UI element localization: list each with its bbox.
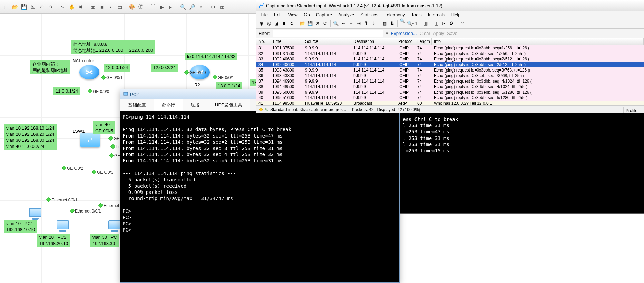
note-n13[interactable]: 13.0.0.1/24 (216, 82, 242, 90)
palette-button[interactable]: 🎨 (128, 3, 136, 11)
new-button[interactable]: ▢ (2, 3, 10, 11)
menu-help[interactable]: Help (449, 11, 464, 18)
zoom-sel-button[interactable]: ⌖ (197, 3, 205, 11)
toolbar-zin-icon[interactable]: 🔍+ (399, 20, 406, 27)
hand-button[interactable]: ✋ (68, 3, 76, 11)
menu-internals[interactable]: Internals (425, 11, 448, 18)
toolbar-save-icon[interactable]: 💾 (306, 20, 313, 27)
col-header[interactable]: Source (303, 38, 351, 45)
toolbar-autoscroll-icon[interactable]: ⇊ (389, 20, 396, 27)
menu-analyze[interactable]: Analyze (335, 11, 357, 18)
toolbar-list-icon[interactable]: ◉ (258, 20, 265, 27)
note-pc2[interactable]: vlan 20 PC2 192.168.20.10 (37, 234, 70, 247)
toolbar-dec-icon[interactable]: ⎘ (440, 20, 447, 27)
toolbar-color-icon[interactable]: ▦ (381, 20, 388, 27)
menu-telephony[interactable]: Telephony (382, 11, 408, 18)
menu-view[interactable]: View (285, 11, 300, 18)
packet-row[interactable]: 391095.500009.9.9.9114.114.114.114ICMP74… (256, 89, 644, 95)
packet-row[interactable]: 371094.469009.9.9.9114.114.114.114ICMP74… (256, 78, 644, 84)
play-button[interactable]: ▶ (158, 3, 166, 11)
filter-save-link[interactable]: Save (447, 31, 457, 36)
wireshark-titlebar[interactable]: Capturing from Standard input [Wireshark… (256, 0, 644, 11)
text-button[interactable]: Ⓣ (137, 3, 145, 11)
packet-row[interactable]: 341092.40600114.114.114.1149.9.9.9ICMP74… (256, 62, 644, 67)
toolbar-close-icon[interactable]: ✕ (314, 20, 321, 27)
col-header[interactable]: Info (432, 38, 644, 45)
note-pc3[interactable]: vlan 30 PC 192.168.30 (90, 234, 119, 247)
toolbar-zout-icon[interactable]: 🔍- (407, 20, 414, 27)
pointer-button[interactable]: ↖ (59, 3, 67, 11)
toolbar-stop-icon[interactable]: ■ (281, 20, 287, 27)
filter-expression-link[interactable]: Expression... (391, 31, 417, 36)
pc2-terminal[interactable]: PC>ping 114.114.114.114 Ping 114.114.114… (120, 111, 399, 282)
note-lo[interactable]: lo 0 114.114.114.114/32 (185, 53, 237, 60)
start-all-button[interactable]: ▦ (89, 3, 97, 11)
redo-button[interactable]: ↷ (47, 3, 55, 11)
pc2-tab-2[interactable]: 组播 (183, 99, 207, 111)
toolbar-help-icon[interactable]: ？ (459, 20, 466, 27)
menu-capture[interactable]: Capture (313, 11, 335, 18)
filter-input[interactable] (273, 30, 383, 37)
toolbar-reload-icon[interactable]: ⟳ (322, 20, 329, 27)
pc2-tab-0[interactable]: 基础配置 (120, 99, 154, 111)
packet-list-header[interactable]: No.TimeSourceDestinationProtocolLengthIn… (256, 38, 644, 45)
device-lsw1[interactable] (80, 133, 100, 147)
zoom-out-button[interactable]: 🔎 (188, 3, 196, 11)
packet-row[interactable]: 331092.406009.9.9.9114.114.114.114ICMP74… (256, 56, 644, 62)
packet-row[interactable]: 361093.43800114.114.114.1149.9.9.9ICMP74… (256, 73, 644, 78)
toolbar-zcol-icon[interactable]: ▥ (422, 20, 429, 27)
playcircle-button[interactable]: ⏵ (167, 3, 175, 11)
note-n12a[interactable]: 12.0.0.1/24 (104, 64, 130, 72)
packet-row[interactable]: 401095.51600114.114.114.1149.9.9.9ICMP74… (256, 95, 644, 101)
fit-button[interactable]: ⛶ (149, 3, 157, 11)
note-button[interactable]: ▤ (116, 3, 124, 11)
terminal-right[interactable]: ess Ctrl_C to break l=253 time=31 ms l=2… (400, 113, 644, 214)
packet-row[interactable]: 311091.375009.9.9.9114.114.114.114ICMP74… (256, 45, 644, 51)
device-nat-router[interactable] (79, 65, 99, 79)
toolbar-options-icon[interactable]: ◎ (265, 20, 272, 27)
open-button[interactable]: 📂 (11, 3, 19, 11)
packet-row[interactable]: 351093.438009.9.9.9114.114.114.114ICMP74… (256, 67, 644, 73)
filter-apply-link[interactable]: Apply (433, 31, 445, 36)
pc2-window[interactable]: PC2 基础配置命令行组播UDP发包工具 PC>ping 114.114.114… (120, 89, 400, 283)
col-header[interactable]: Length (415, 38, 432, 45)
toolbar-pref-icon[interactable]: ⚙ (448, 20, 455, 27)
toolbar-cap-icon[interactable]: ◫ (433, 20, 440, 27)
menu-file[interactable]: File (258, 11, 271, 18)
toolbar-fwd-icon[interactable]: → (348, 20, 354, 27)
settings-button[interactable]: ⚙ (209, 3, 217, 11)
filter-clear-link[interactable]: Clear (420, 31, 430, 36)
toolbar-restart-icon[interactable]: ↻ (288, 20, 295, 27)
packet-row[interactable]: 321091.37500114.114.114.1149.9.9.9ICMP74… (256, 51, 644, 56)
note-pc1[interactable]: vlan 10 PC1 192.168.10.10 (4, 220, 37, 233)
note-vlan40[interactable]: vlan 40 GE 0/0/5 (93, 121, 115, 134)
print-button[interactable]: 🖶 (29, 3, 37, 11)
grid-button[interactable]: ▦ (218, 3, 226, 11)
toolbar-find-icon[interactable]: 🔍 (332, 20, 339, 27)
undo-button[interactable]: ↶ (38, 3, 46, 11)
note-intra[interactable]: 企业网内部： 用的是私网IP地址 (30, 60, 70, 74)
toolbar-first-icon[interactable]: ⤒ (363, 20, 370, 27)
delete-button[interactable]: ✖ (77, 3, 85, 11)
menu-tools[interactable]: Tools (409, 11, 425, 18)
toolbar-fin-icon[interactable]: ◢ (273, 20, 280, 27)
toolbar-z1-icon[interactable]: 1:1 (414, 20, 421, 27)
packet-list[interactable]: 311091.375009.9.9.9114.114.114.114ICMP74… (256, 45, 644, 112)
pause-all-button[interactable]: ▣ (98, 3, 106, 11)
toolbar-last-icon[interactable]: ⤓ (370, 20, 377, 27)
toolbar-back-icon[interactable]: ← (340, 20, 347, 27)
toolbar-jump-icon[interactable]: ⇥ (355, 20, 362, 27)
menu-edit[interactable]: Edit (271, 11, 284, 18)
pc2-tab-3[interactable]: UDP发包工具 (207, 99, 250, 111)
note-n12b[interactable]: 12.0.0.2/24 (151, 64, 178, 72)
zoom-in-button[interactable]: 🔍 (179, 3, 187, 11)
col-header[interactable]: Time (270, 38, 303, 45)
toolbar-open-icon[interactable]: 📂 (299, 20, 306, 27)
col-header[interactable]: Protocol (396, 38, 415, 45)
stop-all-button[interactable]: ▪ (107, 3, 115, 11)
save-button[interactable]: 💾 (20, 3, 28, 11)
packet-row[interactable]: 381094.48500114.114.114.1149.9.9.9ICMP74… (256, 84, 644, 89)
col-header[interactable]: No. (256, 38, 270, 45)
device-pc2[interactable] (55, 220, 71, 234)
pc2-tab-1[interactable]: 命令行 (154, 99, 183, 111)
